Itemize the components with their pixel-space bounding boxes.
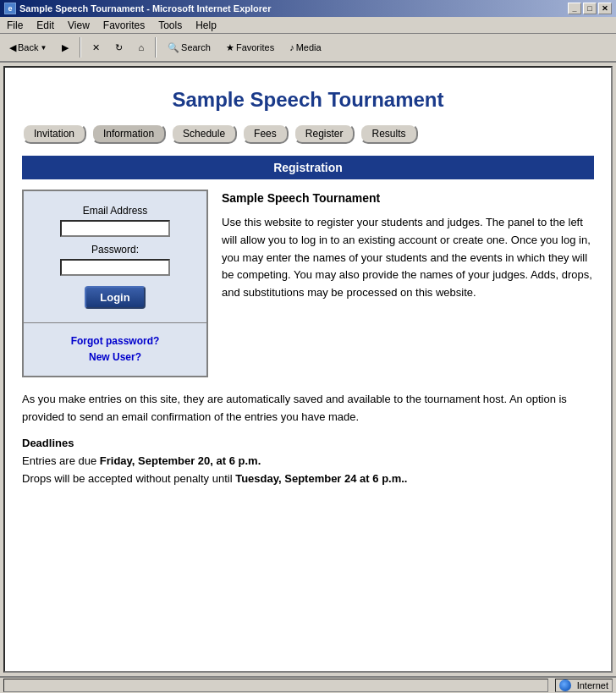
toolbar-separator-2 — [155, 37, 157, 58]
search-icon: 🔍 — [168, 42, 179, 53]
description-title: Sample Speech Tournament — [222, 190, 594, 207]
main-layout: Email Address Password: Login Forgot pas… — [22, 190, 594, 377]
nav-buttons: Invitation Information Schedule Fees Reg… — [22, 124, 594, 144]
menu-bar: File Edit View Favorites Tools Help — [0, 17, 616, 34]
forward-arrow-icon: ▶ — [62, 42, 69, 53]
refresh-button[interactable]: ↻ — [109, 36, 129, 58]
internet-icon — [559, 679, 571, 691]
nav-schedule[interactable]: Schedule — [171, 124, 237, 144]
nav-results[interactable]: Results — [360, 124, 417, 144]
window-controls: _ □ ✕ — [568, 3, 612, 14]
forward-button[interactable]: ▶ — [56, 36, 74, 58]
deadline-entry-prefix: Entries are due — [22, 454, 100, 467]
close-button[interactable]: ✕ — [598, 3, 612, 14]
description-area: Sample Speech Tournament Use this websit… — [222, 190, 594, 377]
nav-invitation[interactable]: Invitation — [22, 124, 86, 144]
stop-icon: ✕ — [92, 42, 100, 53]
status-left — [3, 679, 548, 692]
status-bar: Internet — [0, 676, 616, 693]
email-label: Email Address — [37, 205, 193, 217]
password-input[interactable] — [60, 259, 170, 276]
login-links-area: Forgot password? New User? — [24, 322, 206, 376]
deadline-drops-date: Tuesday, September 24 at 6 p.m.. — [235, 472, 407, 485]
refresh-icon: ↻ — [115, 42, 123, 53]
status-right: Internet — [555, 679, 613, 692]
nav-information[interactable]: Information — [91, 124, 166, 144]
browser-content: Sample Speech Tournament Invitation Info… — [3, 66, 613, 673]
status-internet-label: Internet — [577, 680, 608, 690]
deadline-entry-date: Friday, September 20, at 6 p.m. — [100, 454, 261, 467]
auto-save-text: As you make entries on this site, they a… — [22, 391, 594, 426]
password-label: Password: — [37, 244, 193, 256]
minimize-button[interactable]: _ — [568, 3, 581, 14]
deadlines-title: Deadlines — [22, 437, 594, 449]
menu-tools[interactable]: Tools — [155, 19, 185, 32]
menu-file[interactable]: File — [3, 19, 26, 32]
email-input[interactable] — [60, 220, 170, 237]
home-button[interactable]: ⌂ — [132, 36, 150, 58]
media-button[interactable]: ♪ Media — [283, 36, 327, 58]
favorites-button[interactable]: ★ Favorites — [220, 36, 280, 58]
back-arrow-icon: ◀ — [9, 42, 16, 53]
menu-favorites[interactable]: Favorites — [100, 19, 148, 32]
search-button[interactable]: 🔍 Search — [162, 36, 217, 58]
login-button[interactable]: Login — [85, 286, 145, 309]
new-user-link[interactable]: New User? — [34, 349, 196, 366]
deadline-drops: Drops will be accepted without penalty u… — [22, 470, 594, 488]
toolbar-separator-1 — [80, 37, 81, 58]
back-button[interactable]: ◀ Back ▼ — [3, 36, 52, 58]
forgot-password-link[interactable]: Forgot password? — [34, 333, 196, 349]
favorites-icon: ★ — [226, 42, 234, 53]
title-bar: e Sample Speech Tournament - Microsoft I… — [0, 0, 616, 17]
nav-fees[interactable]: Fees — [242, 124, 289, 144]
page-content: Sample Speech Tournament Invitation Info… — [5, 68, 611, 502]
login-form-area: Email Address Password: Login — [24, 191, 206, 322]
login-panel: Email Address Password: Login Forgot pas… — [22, 190, 208, 377]
back-dropdown-icon: ▼ — [40, 44, 47, 52]
nav-register[interactable]: Register — [294, 124, 355, 144]
registration-header: Registration — [22, 156, 594, 179]
deadline-drops-prefix: Drops will be accepted without penalty u… — [22, 472, 235, 485]
toolbar: ◀ Back ▼ ▶ ✕ ↻ ⌂ 🔍 Search ★ Favorites ♪ … — [0, 34, 616, 63]
menu-help[interactable]: Help — [192, 19, 220, 32]
menu-view[interactable]: View — [64, 19, 93, 32]
restore-button[interactable]: □ — [583, 3, 597, 14]
stop-button[interactable]: ✕ — [86, 36, 106, 58]
window-title: Sample Speech Tournament - Microsoft Int… — [19, 3, 271, 14]
home-icon: ⌂ — [138, 42, 144, 52]
page-title: Sample Speech Tournament — [22, 88, 594, 112]
menu-edit[interactable]: Edit — [33, 19, 58, 32]
deadline-entry: Entries are due Friday, September 20, at… — [22, 453, 594, 470]
media-icon: ♪ — [289, 42, 294, 52]
description-text: Use this website to register your studen… — [222, 214, 594, 302]
app-icon: e — [4, 3, 16, 14]
